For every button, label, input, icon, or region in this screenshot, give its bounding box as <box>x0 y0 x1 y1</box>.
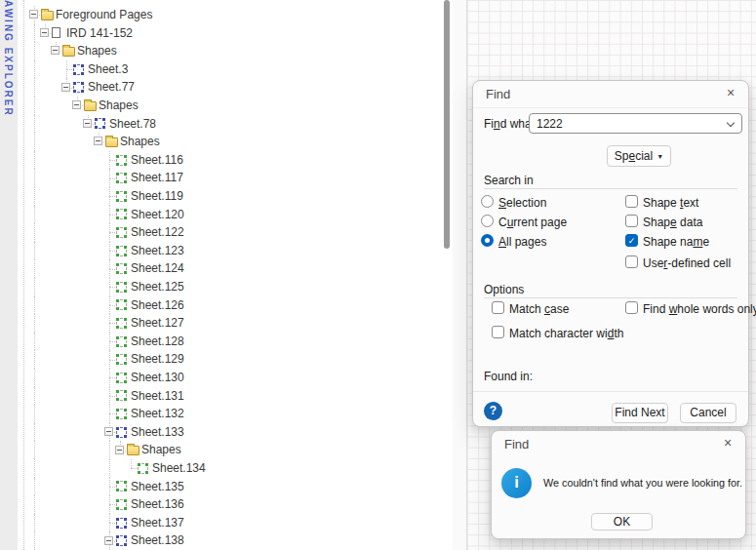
radio-current-page[interactable] <box>481 215 494 227</box>
tree-row[interactable]: Shapes <box>18 97 453 115</box>
tree-guide-line <box>109 215 110 223</box>
tree-guide-line <box>34 478 35 496</box>
tree-row[interactable]: Sheet.120 <box>18 206 453 224</box>
title-separator <box>473 107 748 108</box>
tree-guide-line <box>109 151 110 160</box>
shape-icon <box>116 390 127 401</box>
collapse-expander[interactable] <box>61 83 70 92</box>
radio-all-pages[interactable] <box>481 234 494 247</box>
tree-row[interactable]: Sheet.125 <box>18 278 453 296</box>
tree-guide-line <box>109 169 110 177</box>
collapse-expander[interactable] <box>83 119 92 128</box>
tree-row[interactable]: Sheet.129 <box>18 350 453 369</box>
checkbox-shape-name[interactable]: ✓ <box>625 234 638 247</box>
tree-row[interactable]: Sheet.123 <box>18 242 453 260</box>
tree-row-label: Shapes <box>77 42 117 60</box>
close-icon[interactable]: × <box>722 84 739 101</box>
tree-guide-line <box>109 251 110 259</box>
collapse-expander[interactable] <box>29 10 38 19</box>
help-icon[interactable]: ? <box>484 402 502 420</box>
tree-row-label: Sheet.132 <box>131 405 184 423</box>
tree-row[interactable]: Sheet.119 <box>18 187 453 206</box>
close-icon[interactable]: × <box>719 434 736 452</box>
tree-row[interactable]: Shapes <box>18 133 453 151</box>
tree-row-label: Sheet.136 <box>131 495 184 514</box>
tree-row-label: Sheet.130 <box>131 369 184 387</box>
tree-guide-line <box>109 369 110 377</box>
chevron-down-icon[interactable] <box>727 119 735 127</box>
collapse-expander[interactable] <box>51 46 60 55</box>
tree-guide-line <box>34 24 35 43</box>
message-text: We couldn't find what you were looking f… <box>543 477 742 489</box>
tree-guide-line <box>34 60 35 79</box>
tree-row[interactable]: Sheet.132 <box>18 405 453 423</box>
tree-scrollbar-thumb[interactable] <box>444 0 450 249</box>
collapse-expander[interactable] <box>104 427 113 436</box>
tree-row-label: Sheet.120 <box>131 206 184 224</box>
tree-row[interactable]: Sheet.127 <box>18 314 453 333</box>
tree-row[interactable]: Foreground Pages <box>18 6 453 24</box>
collapse-expander[interactable] <box>40 28 49 37</box>
group-shape-icon <box>95 118 105 129</box>
ok-button[interactable]: OK <box>591 513 653 530</box>
radio-selection[interactable] <box>481 195 494 208</box>
tree-row-label: Sheet.129 <box>131 350 184 369</box>
checkbox-user-defined-cell[interactable] <box>625 255 638 268</box>
shape-icon <box>116 209 127 219</box>
collapse-expander[interactable] <box>104 536 113 545</box>
tree-row-label: Foreground Pages <box>56 6 152 24</box>
tree-guide-line <box>34 333 35 351</box>
tree-guide-line <box>34 97 35 115</box>
collapse-expander[interactable] <box>115 446 124 454</box>
tree-row[interactable]: Sheet.78 <box>18 115 453 134</box>
checkbox-shape-data[interactable] <box>625 215 638 227</box>
tree-guide-line <box>109 478 110 487</box>
tree-guide-line <box>109 278 110 287</box>
tree-row-label: Sheet.127 <box>131 314 184 333</box>
cancel-button[interactable]: Cancel <box>680 403 736 423</box>
tree-row[interactable]: Sheet.131 <box>18 387 453 406</box>
checkbox-match-case[interactable] <box>492 301 504 314</box>
shape-icon <box>116 282 127 293</box>
tree-row[interactable]: Sheet.126 <box>18 296 453 315</box>
tree-guide-line <box>34 187 35 206</box>
tree-row[interactable]: Sheet.77 <box>18 78 453 97</box>
found-in-label: Found in: <box>484 370 533 383</box>
find-dialog-title: Find <box>486 87 510 101</box>
tree-row[interactable]: Sheet.122 <box>18 223 453 242</box>
tree-guide-line <box>109 287 110 295</box>
tree-row[interactable]: IRD 141-152 <box>18 24 453 43</box>
tree-row[interactable]: Sheet.124 <box>18 259 453 278</box>
find-what-combobox[interactable]: 1222 <box>529 113 742 134</box>
checkbox-whole-words[interactable] <box>625 301 638 314</box>
tree-guide-line <box>109 487 110 495</box>
tree-row-label: Shapes <box>141 441 181 459</box>
collapse-expander[interactable] <box>72 100 81 109</box>
tree-row-label: Sheet.119 <box>131 187 183 206</box>
shape-icon <box>116 481 127 491</box>
tree-row[interactable]: Sheet.117 <box>18 169 453 187</box>
tree-row[interactable]: Sheet.116 <box>18 151 453 170</box>
tree-row[interactable]: Sheet.136 <box>18 495 453 514</box>
tree-row[interactable]: Shapes <box>18 441 453 459</box>
find-next-button[interactable]: Find Next <box>612 403 668 423</box>
tree-row[interactable]: Sheet.128 <box>18 333 453 351</box>
tree-row[interactable]: Sheet.135 <box>18 478 453 496</box>
checkbox-shape-text[interactable] <box>625 195 638 208</box>
collapse-expander[interactable] <box>94 137 102 145</box>
tree-guide-line <box>34 78 35 97</box>
tree-row[interactable]: Sheet.134 <box>18 459 453 478</box>
tree-guide-line <box>66 60 67 69</box>
checkbox-character-width[interactable] <box>492 326 504 338</box>
tree-guide-line <box>34 441 35 459</box>
tree-row[interactable]: Sheet.130 <box>18 369 453 387</box>
tree-guide-line <box>34 169 35 187</box>
group-shape-icon <box>116 427 127 438</box>
tree-guide-line <box>34 405 35 423</box>
special-button[interactable]: Special▼ <box>607 145 671 167</box>
tree-row[interactable]: Sheet.138 <box>18 531 453 550</box>
tree-row[interactable]: Shapes <box>18 42 453 60</box>
tree-row[interactable]: Sheet.137 <box>18 514 453 532</box>
tree-row[interactable]: Sheet.133 <box>18 423 453 442</box>
tree-row[interactable]: Sheet.3 <box>18 60 453 79</box>
